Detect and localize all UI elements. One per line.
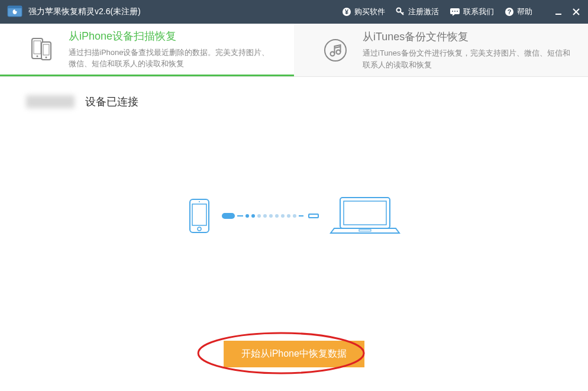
close-icon [573,8,580,15]
svg-point-16 [37,56,38,57]
mode-tabs: 从iPhone设备扫描恢复 通过扫描iPhone设备查找最近删除的数据。完美支持… [0,24,588,77]
itunes-icon [322,37,348,63]
svg-point-19 [46,57,47,59]
svg-point-27 [199,201,200,202]
svg-text:¥: ¥ [345,8,349,15]
start-recovery-button[interactable]: 开始从iPhone中恢复数据 [224,341,364,367]
laptop-illustration-icon [329,195,400,237]
main-content: 设备已连接 [0,77,588,391]
contact-label: 联系我们 [463,7,494,17]
svg-point-6 [452,11,453,12]
register-link[interactable]: 注册激活 [396,7,439,17]
chat-icon [450,7,460,17]
help-link[interactable]: ? 帮助 [505,7,532,17]
titlebar-actions: ¥ 购买软件 注册激活 联系我们 ? [342,7,581,17]
svg-point-7 [454,11,455,12]
titlebar: 强力苹果恢复精灵v2.6(未注册) ¥ 购买软件 注册激活 [0,0,588,24]
tab-iphone-title: 从iPhone设备扫描恢复 [69,29,276,43]
buy-link[interactable]: ¥ 购买软件 [342,7,385,17]
tab-itunes-title: 从iTunes备份文件恢复 [363,30,570,44]
svg-rect-30 [340,198,390,228]
device-status: 设备已连接 [26,95,562,109]
phone-devices-icon [28,36,54,62]
buy-label: 购买软件 [354,7,385,17]
help-icon: ? [505,7,514,17]
key-icon [396,7,405,17]
status-label: 设备已连接 [85,95,138,109]
svg-line-23 [335,47,341,48]
minimize-button[interactable] [554,7,563,17]
close-button[interactable] [571,7,581,17]
app-title: 强力苹果恢复精灵v2.6(未注册) [28,7,141,17]
tab-iphone-scan[interactable]: 从iPhone设备扫描恢复 通过扫描iPhone设备查找最近删除的数据。完美支持… [0,24,294,76]
svg-point-22 [337,50,341,54]
tab-iphone-desc: 通过扫描iPhone设备查找最近删除的数据。完美支持图片、微信、短信和联系人的读… [69,47,276,70]
svg-rect-15 [34,41,41,54]
register-label: 注册激活 [408,7,439,17]
cable-illustration [222,213,319,219]
svg-rect-25 [192,204,206,225]
minimize-icon [555,8,562,15]
svg-rect-32 [359,230,371,231]
svg-point-8 [457,11,458,12]
svg-point-21 [331,51,335,56]
help-label: 帮助 [517,7,532,17]
svg-text:?: ? [508,8,512,15]
svg-rect-1 [8,6,22,8]
tab-itunes-backup[interactable]: 从iTunes备份文件恢复 通过iTunes备份文件进行恢复，完美支持图片、微信… [294,24,588,76]
svg-point-26 [198,227,201,231]
phone-illustration-icon [188,198,211,234]
app-logo-icon [7,5,22,18]
yen-icon: ¥ [342,7,351,17]
device-name-blurred [26,95,75,108]
svg-rect-31 [344,201,386,225]
svg-point-20 [325,40,346,61]
action-area: 开始从iPhone中恢复数据 [224,341,364,367]
svg-point-4 [397,8,401,12]
tab-itunes-desc: 通过iTunes备份文件进行恢复，完美支持图片、微信、短信和联系人的读取和恢复 [363,47,570,70]
connection-illustration [188,195,400,237]
contact-link[interactable]: 联系我们 [450,7,494,17]
